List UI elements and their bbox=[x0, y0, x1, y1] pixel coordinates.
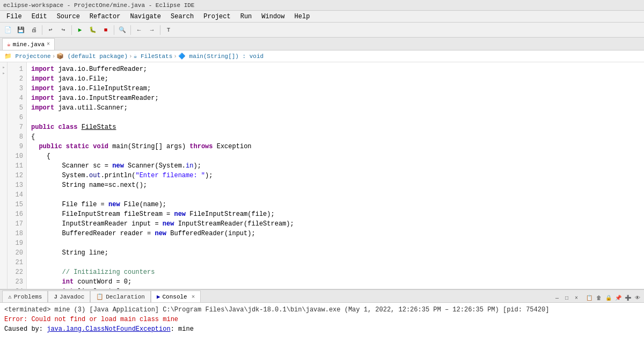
menu-edit[interactable]: Edit bbox=[27, 12, 52, 21]
project-icon: 📁 bbox=[4, 53, 12, 60]
toolbar-undo[interactable]: ↩ bbox=[45, 24, 56, 36]
line-num-13: 13 bbox=[8, 180, 26, 190]
toolbar-debug[interactable]: 🐛 bbox=[87, 24, 99, 36]
new-console-button[interactable]: ➕ bbox=[624, 294, 632, 302]
toolbar-open-type[interactable]: T bbox=[163, 24, 174, 36]
menu-refactor[interactable]: Refactor bbox=[85, 12, 125, 21]
console-terminated-line: <terminated> mine (3) [Java Application]… bbox=[4, 305, 640, 315]
toolbar-new[interactable]: 📄 bbox=[2, 24, 14, 36]
menu-file[interactable]: File bbox=[2, 12, 26, 21]
classnotfound-link[interactable]: java.lang.ClassNotFoundException bbox=[47, 325, 170, 333]
fold-ruler: ▸ ▸ bbox=[0, 62, 8, 289]
line-num-23: 23 bbox=[8, 277, 26, 287]
line-numbers: 1 2 3 4 5 6 7 8 9 10 11 12 13 14 15 16 1… bbox=[8, 62, 27, 289]
line-num-7: 7 bbox=[8, 122, 26, 132]
line-num-19: 19 bbox=[8, 238, 26, 248]
menu-search[interactable]: Search bbox=[166, 12, 198, 21]
editor-main-area: ▸ ▸ 1 2 bbox=[0, 62, 644, 289]
toolbar-redo[interactable]: ↪ bbox=[57, 24, 69, 36]
tab-declaration[interactable]: 📋 Declaration bbox=[90, 290, 151, 302]
tab-console[interactable]: ▶ Console × bbox=[151, 290, 201, 302]
problems-icon: ⚠ bbox=[8, 293, 12, 300]
breadcrumb-class[interactable]: ☕ FileStats bbox=[134, 53, 173, 60]
line-num-11: 11 bbox=[8, 161, 26, 171]
line-num-4: 4 bbox=[8, 93, 26, 103]
breadcrumb-sep1: › bbox=[52, 53, 56, 60]
bottom-tab-group: ⚠ Problems J Javadoc 📋 Declaration ▶ Con… bbox=[0, 290, 203, 302]
breadcrumb: 📁 Projectone › 📦 (default package) › ☕ F… bbox=[0, 50, 644, 62]
fold-9[interactable]: ▸ bbox=[0, 70, 8, 76]
toolbar-print[interactable]: 🖨 bbox=[28, 24, 40, 36]
menu-source[interactable]: Source bbox=[53, 12, 84, 21]
line-num-8: 8 bbox=[8, 132, 26, 142]
tab-problems[interactable]: ⚠ Problems bbox=[2, 290, 48, 302]
line-num-5: 5 bbox=[8, 103, 26, 113]
breadcrumb-sep2: › bbox=[129, 53, 133, 60]
line-num-15: 15 bbox=[8, 200, 26, 209]
menu-project[interactable]: Project bbox=[199, 12, 235, 21]
line-num-18: 18 bbox=[8, 229, 26, 238]
toolbar-save[interactable]: 💾 bbox=[15, 24, 27, 36]
javadoc-icon: J bbox=[54, 294, 57, 300]
line-num-17: 17 bbox=[8, 219, 26, 229]
editor-tab-mine-java[interactable]: ☕ mine.java × bbox=[2, 38, 55, 50]
maximize-panel-button[interactable]: □ bbox=[562, 294, 571, 302]
code-editor[interactable]: import java.io.BufferedReader; import ja… bbox=[27, 62, 644, 289]
menu-navigate[interactable]: Navigate bbox=[126, 12, 165, 21]
toolbar-stop[interactable]: ■ bbox=[100, 24, 112, 36]
close-panel-button[interactable]: × bbox=[572, 294, 581, 302]
line-num-14: 14 bbox=[8, 190, 26, 200]
tab-close-button[interactable]: × bbox=[47, 41, 50, 47]
line-num-22: 22 bbox=[8, 267, 26, 277]
line-num-1: 1 bbox=[8, 64, 26, 74]
title-bar: eclipse-workspace - ProjectOne/mine.java… bbox=[0, 0, 644, 11]
line-num-2: 2 bbox=[8, 74, 26, 84]
title-text: eclipse-workspace - ProjectOne/mine.java… bbox=[3, 2, 194, 9]
line-num-12: 12 bbox=[8, 171, 26, 180]
breadcrumb-package[interactable]: 📦 (default package) bbox=[56, 53, 128, 60]
line-num-16: 16 bbox=[8, 209, 26, 219]
breadcrumb-project[interactable]: 📁 Projectone bbox=[4, 53, 51, 60]
toolbar-search[interactable]: 🔍 bbox=[116, 24, 128, 36]
declaration-icon: 📋 bbox=[96, 293, 104, 300]
toolbar-run[interactable]: ▶ bbox=[74, 24, 86, 36]
editor-container: ▸ ▸ 1 2 bbox=[0, 62, 644, 289]
display-selected-button[interactable]: 👁 bbox=[633, 294, 642, 302]
menu-run[interactable]: Run bbox=[236, 12, 257, 21]
toolbar-sep4 bbox=[130, 25, 131, 35]
line-num-9: 9 bbox=[8, 142, 26, 151]
method-icon: 🔷 bbox=[178, 53, 186, 60]
line-num-10: 10 bbox=[8, 151, 26, 161]
menu-window[interactable]: Window bbox=[257, 12, 289, 21]
line-num-24: 24 bbox=[8, 287, 26, 289]
bottom-panel: ⚠ Problems J Javadoc 📋 Declaration ▶ Con… bbox=[0, 289, 644, 356]
package-icon: 📦 bbox=[56, 53, 64, 60]
tab-javadoc[interactable]: J Javadoc bbox=[48, 290, 90, 302]
bottom-tabs-container: ⚠ Problems J Javadoc 📋 Declaration ▶ Con… bbox=[0, 290, 644, 303]
console-tab-close[interactable]: × bbox=[192, 294, 195, 300]
line-num-6: 6 bbox=[8, 113, 26, 122]
console-output: <terminated> mine (3) [Java Application]… bbox=[0, 303, 644, 356]
line-num-21: 21 bbox=[8, 258, 26, 267]
tab-bar: ☕ mine.java × bbox=[0, 38, 644, 50]
scroll-lock-button[interactable]: 🔒 bbox=[604, 294, 613, 302]
pin-button[interactable]: 📌 bbox=[614, 294, 623, 302]
tab-label: mine.java bbox=[13, 41, 45, 48]
fold-7[interactable]: ▸ bbox=[0, 64, 8, 70]
toolbar-sep5 bbox=[160, 25, 160, 35]
toolbar-forward[interactable]: → bbox=[146, 24, 158, 36]
tab-icon: ☕ bbox=[7, 41, 11, 48]
toolbar-sep3 bbox=[114, 25, 114, 35]
minimize-panel-button[interactable]: — bbox=[553, 294, 561, 302]
copy-output-button[interactable]: 📋 bbox=[585, 294, 594, 302]
console-icon: ▶ bbox=[157, 293, 160, 300]
menu-help[interactable]: Help bbox=[290, 12, 314, 21]
toolbar-sep1 bbox=[42, 25, 42, 35]
clear-console-button[interactable]: 🗑 bbox=[595, 294, 603, 302]
menu-bar: File Edit Source Refactor Navigate Searc… bbox=[0, 11, 644, 23]
breadcrumb-sep3: › bbox=[173, 53, 177, 60]
breadcrumb-method[interactable]: 🔷 main(String[]) : void bbox=[178, 53, 264, 60]
toolbar-back[interactable]: ← bbox=[133, 24, 145, 36]
console-error-line-1: Error: Could not find or load main class… bbox=[4, 315, 640, 324]
line-num-20: 20 bbox=[8, 248, 26, 258]
